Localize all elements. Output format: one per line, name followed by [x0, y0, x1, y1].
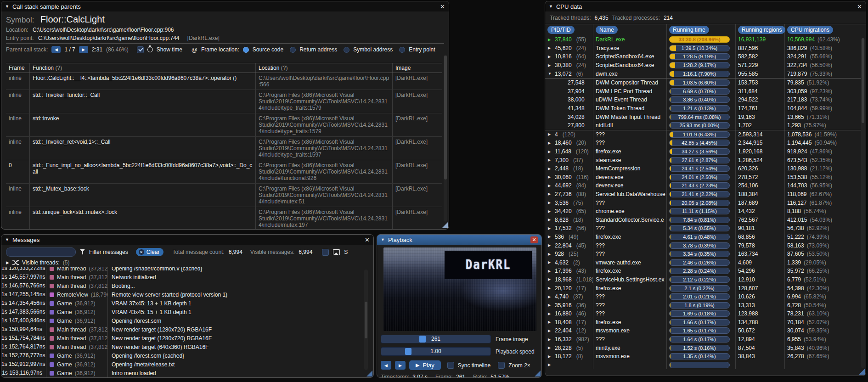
cpu-process-row[interactable]: ▶ 28,228 (5) mintty.exe 1.52 s (0.16%) 8…: [545, 343, 861, 352]
expand-arrow-icon[interactable]: ▶: [548, 141, 552, 145]
radio-return-address[interactable]: [290, 47, 296, 53]
cpu-process-row[interactable]: ▶ 18,968 (1,018) ServiceHub.SettingsHost…: [545, 275, 861, 284]
resize-grip[interactable]: [859, 369, 865, 375]
expand-arrow-icon[interactable]: ▶: [548, 175, 552, 179]
callstack-row[interactable]: inline std::_Invoker_ret<void,1>::_Call …: [6, 137, 442, 160]
cpu-process-row[interactable]: ▶ 2,448 (18) MemCompression 24.41 s (2.5…: [545, 164, 861, 173]
show-time-checkbox[interactable]: [137, 46, 144, 53]
expand-arrow-icon[interactable]: ▶: [548, 150, 552, 154]
cpu-process-row[interactable]: ▶: [545, 361, 861, 370]
callstack-row[interactable]: inline Floor::CalcLight::__l4::<lambda_5…: [6, 73, 442, 90]
expand-arrow-icon[interactable]: ▶: [548, 38, 552, 42]
cpu-process-row[interactable]: ▶ 22,804 (45) ??? 3.78 s (0.39%) 79,578 …: [545, 241, 861, 250]
resize-grip[interactable]: [442, 222, 448, 228]
cpu-process-row[interactable]: ▶ 30,380 (24) ScriptedSandbox64.exe 1:28…: [545, 61, 861, 70]
sort-pid-button[interactable]: PID/TID: [547, 26, 575, 34]
expand-arrow-icon[interactable]: ▶: [548, 337, 552, 342]
collapse-caret-icon[interactable]: ▼: [381, 237, 385, 242]
cpu-process-row[interactable]: 27,548 DWM Compositor Thread 1:03.5 (6.6…: [545, 78, 861, 87]
sort-cpu-migrations-button[interactable]: CPU migrations: [787, 26, 833, 34]
expand-arrow-icon[interactable]: ▶: [548, 63, 552, 67]
message-row[interactable]: 1s 153,116,97ns Game (36,912) Intro menu…: [1, 369, 365, 377]
expand-arrow-icon[interactable]: ▶: [548, 46, 552, 50]
step-back-button[interactable]: ◀: [381, 361, 391, 370]
cpu-process-row[interactable]: ▶ 35,916 (36) ??? 1.8 s (0.19%) 13,313 6…: [545, 301, 861, 309]
expand-arrow-icon[interactable]: ▶: [548, 209, 552, 213]
message-row[interactable]: 1s 147,383,566ns Game (36,912) VRAM 43x4…: [1, 308, 365, 316]
radio-source-code[interactable]: [243, 47, 249, 53]
cpu-process-row[interactable]: ▶ 3,536 (75) ??? 20.05 s (2.08%) 187,689…: [545, 198, 861, 207]
show-images-checkbox[interactable]: [322, 249, 329, 256]
message-row[interactable]: 1s 152,776,777ns Game (36,912) Opening /…: [1, 351, 365, 360]
collapse-caret-icon[interactable]: ▼: [5, 237, 9, 242]
callstack-row[interactable]: inline std::_Invoker_functor::_Call C:\P…: [6, 90, 442, 113]
cpu-process-row[interactable]: ▶ 30,060 (116) devenv.exe 24.01 s (2.50%…: [545, 173, 861, 182]
radio-symbol-address[interactable]: [344, 47, 349, 53]
message-row[interactable]: 1s 151,754,784ns Main thread (37,812) Ne…: [1, 334, 365, 343]
message-row[interactable]: 1s 152,764,817ns Main thread (37,812) Ne…: [1, 343, 365, 351]
expand-arrow-icon[interactable]: ▶: [548, 252, 552, 256]
messages-scrollbar[interactable]: [364, 270, 368, 370]
expand-arrow-icon[interactable]: ▶: [548, 235, 552, 239]
expand-arrow-icon[interactable]: ▶: [548, 286, 552, 290]
cpu-process-row[interactable]: ▶ 18,408 (17) firefox.exe 1.66 s (0.17%)…: [545, 318, 861, 327]
cpu-process-row[interactable]: ▶ 17,396 (43) firefox.exe 2.28 s (0.24%)…: [545, 267, 861, 275]
expand-arrow-icon[interactable]: ▶: [548, 218, 552, 222]
expand-arrow-icon[interactable]: ▶: [548, 320, 552, 324]
cpu-process-row[interactable]: ▶ 16,880 (46) ??? 1.69 s (0.18%) 123,988…: [545, 309, 861, 318]
collapse-caret-icon[interactable]: ▼: [549, 4, 553, 9]
expand-arrow-icon[interactable]: ▶: [548, 158, 552, 162]
message-row[interactable]: 1s 146,576,766ns Main thread (37,812) Bo…: [1, 281, 365, 290]
expand-arrow-icon[interactable]: ▶: [548, 277, 552, 281]
next-callstack-button[interactable]: ▶: [79, 46, 88, 53]
play-button[interactable]: ▶ Play: [409, 360, 441, 370]
cpu-process-row[interactable]: ▼ 13,072 (6) dwm.exe 1:16.1 (7.90%) 955,…: [545, 69, 861, 78]
cpu-process-row[interactable]: ▶ 27,736 (88) ServiceHub.DataWarehouse 2…: [545, 190, 861, 199]
cpu-process-row[interactable]: ▶ 4 (120) ??? 1:01.9 (6.43%) 2,593,314 1…: [545, 130, 861, 139]
expand-arrow-icon[interactable]: ▶: [548, 192, 552, 196]
cpu-process-row[interactable]: 27,800 ntdll.dll 25.93 ms (0.00%) 1,702 …: [545, 121, 861, 130]
expand-arrow-icon[interactable]: ▶: [548, 260, 552, 264]
expand-arrow-icon[interactable]: ▶: [548, 346, 552, 350]
expand-arrow-icon[interactable]: ▶: [548, 243, 552, 247]
expand-arrow-icon[interactable]: ▶: [548, 363, 552, 367]
resize-grip[interactable]: [366, 371, 372, 376]
callstack-row[interactable]: 0 std::_Func_impl_no_alloc<<lambda_5bc22…: [6, 160, 442, 184]
resize-grip[interactable]: [535, 371, 541, 376]
expand-arrow-icon[interactable]: ▶: [548, 55, 552, 59]
message-row[interactable]: 1s 145,557,997ns Main thread (37,812) Ne…: [1, 273, 365, 281]
expand-arrow-icon[interactable]: ▶: [548, 312, 552, 316]
expand-arrow-icon[interactable]: ▶: [548, 132, 552, 136]
cpu-process-row[interactable]: ▶ 18,460 (20) ??? 42.85 s (4.45%) 2,344,…: [545, 139, 861, 147]
cpu-process-row[interactable]: ▶ 34,420 (65) chrome.exe 11.11 s (1.15%)…: [545, 207, 861, 216]
cpu-process-row[interactable]: ▶ 536 (49) firefox.exe 4.61 s (0.48%) 68…: [545, 233, 861, 242]
close-icon[interactable]: ✕: [440, 4, 445, 10]
cpu-process-row[interactable]: ▶ 20,120 (17) firefox.exe 2.1 s (0.22%) …: [545, 284, 861, 292]
callstack-scrollbar[interactable]: [444, 55, 447, 222]
expand-arrow-icon[interactable]: ▼: [548, 72, 552, 76]
cpu-process-row[interactable]: ▶ 7,300 (37) steam.exe 27.61 s (2.87%) 1…: [545, 156, 861, 164]
sync-timeline-checkbox[interactable]: [447, 362, 454, 369]
expand-arrow-icon[interactable]: ▶: [548, 303, 552, 307]
zoom-2x-checkbox[interactable]: [498, 362, 505, 369]
callstack-row[interactable]: inline std::unique_lock<std::mutex>::loc…: [6, 207, 442, 229]
message-row[interactable]: 1s 152,912,997ns Game (36,912) Opening /…: [1, 360, 365, 369]
message-row[interactable]: 1s 150,994,64ns Main thread (37,812) New…: [1, 325, 365, 334]
sort-running-time-button[interactable]: Running time: [669, 26, 709, 34]
callstack-row[interactable]: inline std::_Mutex_base::lock C:\Program…: [6, 184, 442, 207]
cpu-scrollbar[interactable]: [861, 38, 865, 368]
cpu-process-row[interactable]: ▶ 16,332 (982) ??? 1.64 s (0.17%) 12,894…: [545, 335, 861, 344]
expand-arrow-icon[interactable]: ▶: [548, 201, 552, 205]
cpu-process-row[interactable]: ▶ 928 (25) ??? 3.34 s (0.35%) 163,734 87…: [545, 250, 861, 258]
filter-input[interactable]: [6, 247, 76, 257]
cpu-process-row[interactable]: ▶ 8,628 (18) StandardCollector.Service.e…: [545, 215, 861, 224]
expand-arrow-icon[interactable]: ▶: [548, 167, 552, 171]
frame-image-slider[interactable]: 261: [381, 335, 491, 343]
cpu-process-row[interactable]: 34,028 DWM Master Input Thread 799.64 ms…: [545, 112, 861, 121]
cpu-process-row[interactable]: ▶ 44,692 (84) devenv.exe 21.43 s (2.23%)…: [545, 181, 861, 190]
expand-arrow-icon[interactable]: ▶: [548, 226, 552, 230]
cpu-process-row[interactable]: ▶ 4,740 (37) ??? 2.01 s (0.21%) 10,626 6…: [545, 292, 861, 301]
prev-callstack-button[interactable]: ◀: [51, 46, 61, 53]
cpu-process-row[interactable]: ▶ 45,620 (24) Tracy.exe 1:39.5 (10.34%) …: [545, 44, 861, 53]
cpu-process-row[interactable]: ▶ 37,840 (55) DarkRL.exe 33:30.8 (208.96…: [545, 35, 861, 44]
